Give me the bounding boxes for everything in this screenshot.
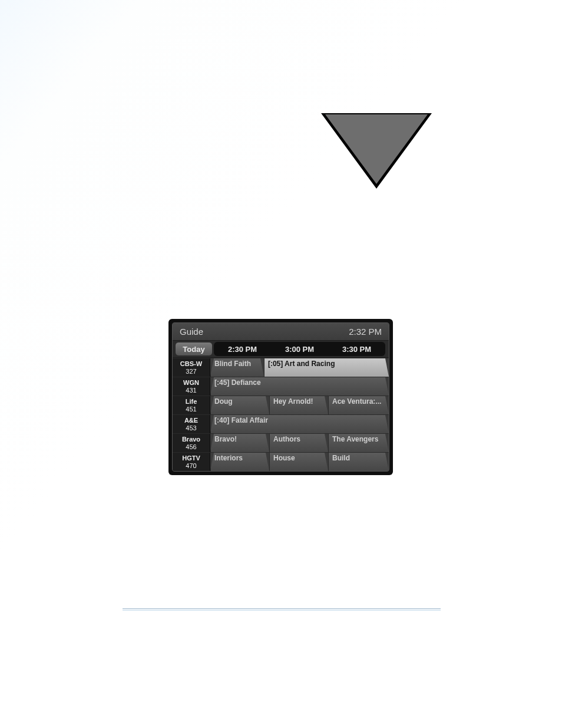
program-track: Blind Faith[:05] Art and Racing — [210, 358, 389, 377]
guide-grid: CBS-W327Blind Faith[:05] Art and RacingW… — [173, 358, 389, 471]
footer-divider — [123, 608, 441, 611]
guide-time-slots: 2:30 PM 3:00 PM 3:30 PM — [214, 342, 385, 356]
channel-name: Bravo — [182, 436, 200, 443]
program-cell[interactable]: Doug — [210, 396, 269, 414]
channel-number: 431 — [186, 387, 196, 394]
channel-number: 456 — [186, 443, 196, 450]
channel-cell[interactable]: Bravo456 — [173, 434, 210, 452]
channel-name: HGTV — [182, 454, 200, 462]
channel-cell[interactable]: HGTV470 — [173, 453, 210, 471]
guide-row: Life451DougHey Arnold!Ace Ventura:... — [173, 396, 389, 414]
channel-number: 470 — [186, 462, 196, 469]
guide-clock: 2:32 PM — [349, 327, 382, 337]
channel-number: 451 — [186, 406, 196, 413]
program-track: [:45] Defiance — [210, 377, 389, 396]
time-slot: 3:00 PM — [285, 345, 314, 354]
tv-guide-widget: Guide 2:32 PM Today 2:30 PM 3:00 PM 3:30… — [168, 319, 393, 475]
program-cell[interactable]: [:05] Art and Racing — [264, 358, 389, 377]
channel-cell[interactable]: WGN431 — [173, 377, 210, 396]
guide-timeline-row: Today 2:30 PM 3:00 PM 3:30 PM — [173, 340, 389, 358]
program-cell[interactable]: Ace Ventura:... — [328, 396, 389, 414]
guide-row: CBS-W327Blind Faith[:05] Art and Racing — [173, 358, 389, 377]
program-track: DougHey Arnold!Ace Ventura:... — [210, 396, 389, 414]
program-cell[interactable]: [:45] Defiance — [210, 377, 389, 396]
channel-number: 327 — [186, 368, 196, 375]
channel-cell[interactable]: Life451 — [173, 396, 210, 414]
guide-day-button[interactable]: Today — [175, 342, 213, 356]
program-cell[interactable]: Build — [328, 453, 389, 471]
program-track: [:40] Fatal Affair — [210, 415, 389, 433]
channel-cell[interactable]: A&E453 — [173, 415, 210, 433]
guide-row: A&E453[:40] Fatal Affair — [173, 414, 389, 433]
guide-row: Bravo456Bravo!AuthorsThe Avengers — [173, 433, 389, 452]
program-cell[interactable]: Hey Arnold! — [269, 396, 328, 414]
channel-name: A&E — [184, 417, 198, 424]
guide-title: Guide — [180, 327, 203, 337]
program-cell[interactable]: Bravo! — [210, 434, 269, 452]
program-cell[interactable]: Authors — [269, 434, 328, 452]
guide-row: HGTV470InteriorsHouseBuild — [173, 452, 389, 471]
time-slot: 3:30 PM — [342, 345, 371, 354]
channel-name: Life — [186, 398, 197, 405]
program-cell[interactable]: Interiors — [210, 453, 269, 471]
program-track: Bravo!AuthorsThe Avengers — [210, 434, 389, 452]
tv-guide-inner: Guide 2:32 PM Today 2:30 PM 3:00 PM 3:30… — [172, 322, 389, 472]
time-slot: 2:30 PM — [228, 345, 257, 354]
program-cell[interactable]: Blind Faith — [210, 358, 264, 377]
channel-cell[interactable]: CBS-W327 — [173, 358, 210, 377]
program-track: InteriorsHouseBuild — [210, 453, 389, 471]
channel-name: WGN — [183, 379, 199, 386]
guide-header: Guide 2:32 PM — [173, 323, 389, 340]
channel-number: 453 — [186, 424, 196, 431]
chevron-down-icon — [321, 113, 432, 189]
guide-row: WGN431[:45] Defiance — [173, 377, 389, 396]
program-cell[interactable]: [:40] Fatal Affair — [210, 415, 389, 433]
program-cell[interactable]: The Avengers — [328, 434, 389, 452]
program-cell[interactable]: House — [269, 453, 328, 471]
channel-name: CBS-W — [180, 360, 202, 367]
